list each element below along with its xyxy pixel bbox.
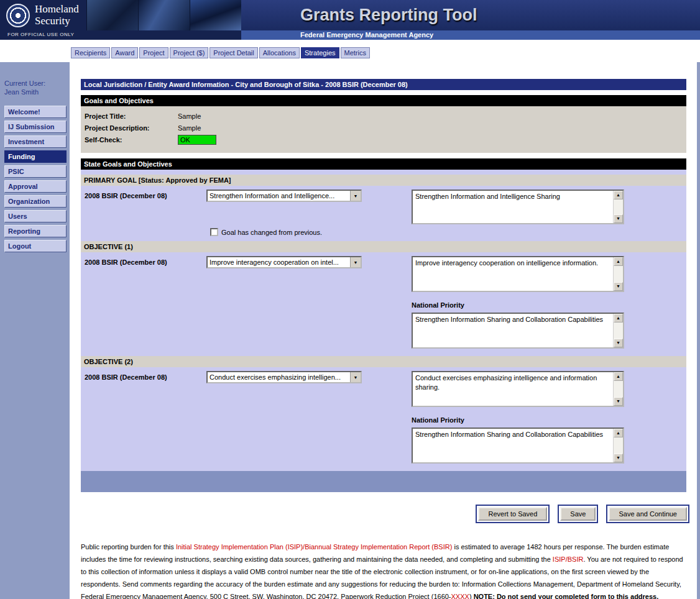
save-continue-button-frame: Save and Continue (606, 505, 689, 523)
current-user-name: Jean Smith (4, 88, 67, 97)
project-info-panel: Project Title: Sample Project Descriptio… (81, 106, 686, 153)
scrollbar-up-icon[interactable]: ▲ (614, 257, 623, 266)
sidebar-item-welcome[interactable]: Welcome! (4, 106, 67, 118)
objective-2-dropdown[interactable]: Conduct exercises emphasizing intelligen… (206, 371, 362, 383)
sidebar-item-logout[interactable]: Logout (4, 240, 67, 252)
tab-award[interactable]: Award (111, 47, 138, 58)
section-footer-strip (81, 471, 686, 492)
goals-area: PRIMARY GOAL [Status: Approved by FEMA] … (81, 170, 686, 492)
burden-note: NOTE: Do not send your completed form to… (474, 593, 659, 599)
bsir-period-label: 2008 BSIR (December 08) (85, 371, 206, 381)
objective-1-national-priority-text: Strengthen Information Sharing and Colla… (413, 314, 623, 326)
scrollbar-down-icon[interactable]: ▼ (614, 282, 623, 291)
tab-allocations[interactable]: Allocations (259, 47, 300, 58)
scrollbar-down-icon[interactable]: ▼ (614, 397, 623, 406)
project-title-value: Sample (178, 112, 201, 120)
goals-objectives-header: Goals and Objectives (81, 95, 686, 106)
objective-2-dropdown-value: Conduct exercises emphasizing intelligen… (208, 373, 350, 381)
objective-1-row: 2008 BSIR (December 08) Improve interage… (81, 252, 686, 296)
header-photo (190, 0, 241, 30)
brand-line1: Homeland (35, 4, 79, 15)
header-brand-area: Homeland Security FOR OFFICIAL USE ONLY (0, 0, 241, 40)
objective-1-national-priority-textarea[interactable]: Strengthen Information Sharing and Colla… (412, 313, 624, 349)
dropdown-arrow-icon[interactable]: ▼ (350, 257, 361, 267)
tab-project-detail[interactable]: Project Detail (210, 47, 257, 58)
revert-button-frame: Revert to Saved (476, 505, 550, 523)
sidebar-item-investment[interactable]: Investment (4, 135, 67, 148)
paperwork-burden-notice: Public reporting burden for this Initial… (81, 541, 684, 599)
objective-2-row: 2008 BSIR (December 08) Conduct exercise… (81, 367, 686, 411)
sidebar-item-reporting[interactable]: Reporting (4, 225, 67, 237)
tab-bar: RecipientsAwardProjectProject ($)Project… (0, 40, 700, 62)
save-and-continue-button[interactable]: Save and Continue (609, 507, 687, 521)
scrollbar-down-icon[interactable]: ▼ (614, 339, 623, 347)
objective-1-header: OBJECTIVE (1) (81, 241, 686, 252)
project-description-label: Project Description: (85, 124, 178, 132)
tab-project[interactable]: Project (139, 47, 168, 58)
dropdown-arrow-icon[interactable]: ▼ (350, 191, 361, 201)
bsir-period-label: 2008 BSIR (December 08) (85, 190, 206, 199)
self-check-row: Self-Check: OK (85, 135, 683, 145)
goal-changed-checkbox[interactable] (210, 228, 218, 236)
dhs-seal-logo (6, 4, 30, 27)
sidebar-item-organization[interactable]: Organization (4, 195, 67, 208)
primary-goal-dropdown[interactable]: Strengthen Information and Intelligence.… (206, 190, 362, 202)
isip-bsir-short-link[interactable]: ISIP/BSIR (553, 556, 584, 563)
objective-2-national-priority-text: Strengthen Information Sharing and Colla… (413, 429, 623, 441)
primary-goal-header: PRIMARY GOAL [Status: Approved by FEMA] (81, 175, 686, 186)
objective-1-dropdown-value: Improve interagency cooperation on intel… (208, 258, 350, 266)
tab-recipients[interactable]: Recipients (71, 47, 110, 58)
revert-to-saved-button[interactable]: Revert to Saved (478, 507, 547, 521)
scrollbar-up-icon[interactable]: ▲ (614, 191, 623, 199)
page-title-bar: Local Jurisdiction / Entity Award Inform… (81, 79, 686, 90)
scrollbar-up-icon[interactable]: ▲ (614, 429, 623, 437)
bsir-period-label: 2008 BSIR (December 08) (85, 256, 206, 266)
self-check-label: Self-Check: (85, 136, 178, 144)
sidebar-item-users[interactable]: Users (4, 210, 67, 222)
agency-strip: Federal Emergency Management Agency (241, 30, 700, 40)
action-button-row: Revert to Saved Save Save and Continue (70, 505, 689, 523)
header-photo (138, 0, 190, 30)
scrollbar-down-icon[interactable]: ▼ (614, 214, 623, 223)
scrollbar[interactable]: ▲ ▼ (613, 314, 623, 347)
scrollbar-up-icon[interactable]: ▲ (614, 314, 623, 322)
state-goals-header: State Goals and Objectives (81, 158, 686, 170)
agency-name: Federal Emergency Management Agency (300, 31, 433, 39)
sidebar-item-approval[interactable]: Approval (4, 180, 67, 193)
national-priority-label: National Priority (81, 296, 686, 313)
omb-number-link[interactable]: XXXX (451, 593, 469, 599)
brand-line2: Security (35, 16, 79, 27)
sidebar-item-ij-submission[interactable]: IJ Submission (4, 121, 67, 133)
header-photo (86, 0, 138, 30)
project-description-row: Project Description: Sample (85, 123, 683, 133)
burden-text: Public reporting burden for this (81, 543, 176, 551)
app-header: Homeland Security FOR OFFICIAL USE ONLY … (0, 0, 700, 40)
scrollbar[interactable]: ▲ ▼ (613, 191, 623, 223)
sidebar: Current User: Jean Smith Welcome! IJ Sub… (0, 62, 70, 599)
dropdown-arrow-icon[interactable]: ▼ (350, 372, 361, 382)
save-button[interactable]: Save (560, 507, 596, 521)
scrollbar-down-icon[interactable]: ▼ (614, 454, 623, 462)
objective-1-dropdown[interactable]: Improve interagency cooperation on intel… (206, 256, 362, 268)
current-user-label: Current User: (4, 80, 67, 88)
primary-goal-dropdown-value: Strengthen Information and Intelligence.… (208, 192, 350, 199)
isip-bsir-link[interactable]: Initial Strategy Implementation Plan (IS… (176, 543, 453, 551)
objective-2-national-priority-textarea[interactable]: Strengthen Information Sharing and Colla… (412, 428, 624, 464)
scrollbar[interactable]: ▲ ▼ (613, 257, 623, 291)
primary-goal-text: Strengthen Information and Intelligence … (413, 191, 623, 203)
tab-metrics[interactable]: Metrics (341, 47, 370, 58)
objective-1-textarea[interactable]: Improve interagency cooperation on intel… (412, 256, 624, 292)
scrollbar-up-icon[interactable]: ▲ (614, 372, 623, 381)
tab-project-dollars[interactable]: Project ($) (170, 47, 209, 58)
goal-changed-label: Goal has changed from previous. (221, 229, 322, 236)
tab-strategies[interactable]: Strategies (301, 47, 339, 58)
sidebar-item-funding[interactable]: Funding (4, 150, 67, 163)
primary-goal-row: 2008 BSIR (December 08) Strengthen Infor… (81, 186, 686, 228)
scrollbar[interactable]: ▲ ▼ (613, 372, 623, 406)
objective-2-textarea[interactable]: Conduct exercises emphasizing intelligen… (412, 371, 624, 407)
sidebar-item-psic[interactable]: PSIC (4, 165, 67, 178)
scrollbar[interactable]: ▲ ▼ (613, 429, 623, 462)
primary-goal-textarea[interactable]: Strengthen Information and Intelligence … (412, 190, 624, 224)
project-title-label: Project Title: (85, 112, 178, 120)
brand-text: Homeland Security (35, 4, 79, 27)
